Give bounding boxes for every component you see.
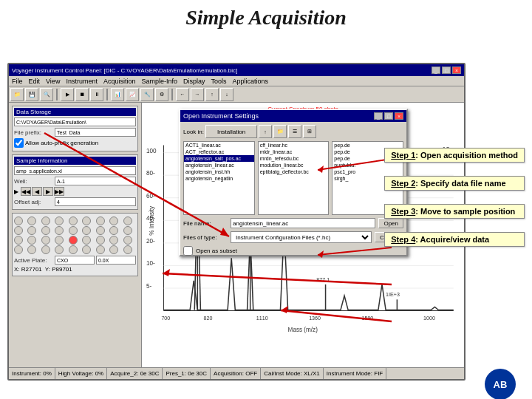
well-4-3[interactable]	[41, 245, 50, 254]
well-1-6[interactable]	[82, 216, 91, 225]
toolbar-btn-10[interactable]: ⚙	[155, 88, 168, 101]
well-1-1[interactable]	[14, 216, 23, 225]
toolbar-btn-7[interactable]: 📊	[111, 88, 124, 101]
well-2-6[interactable]	[82, 226, 91, 235]
well-3-4[interactable]	[55, 236, 64, 245]
maximize-button[interactable]: □	[442, 66, 451, 74]
well-3-8[interactable]	[109, 236, 118, 245]
toolbar-btn-8[interactable]: 📈	[126, 88, 139, 101]
dialog-close-btn[interactable]: ×	[395, 112, 403, 120]
toolbar-btn-3[interactable]: 🔍	[40, 88, 53, 101]
dialog-list-btn[interactable]: ☰	[288, 125, 301, 138]
menu-instrument[interactable]: Instrument	[66, 78, 98, 85]
well-2-1[interactable]	[14, 226, 23, 235]
dialog-folder-btn[interactable]: Installation	[205, 125, 257, 138]
menu-view[interactable]: View	[46, 78, 60, 85]
sample-input[interactable]	[14, 166, 136, 175]
dialog-listbox-1[interactable]: ACT1_linear.ac ACT_reflector.ac angioten…	[183, 141, 255, 215]
menu-edit[interactable]: Edit	[29, 78, 41, 85]
well-3-2[interactable]	[27, 236, 36, 245]
toolbar-btn-13[interactable]: ↑	[205, 88, 219, 101]
well-2-7[interactable]	[96, 226, 105, 235]
well-4-4[interactable]	[55, 245, 64, 254]
listbox2-item-3[interactable]: mrdn_refesdu.bc	[259, 155, 329, 162]
well-3-7[interactable]	[96, 236, 105, 245]
toolbar-btn-14[interactable]: ↓	[220, 88, 233, 101]
well-1-7[interactable]	[96, 216, 105, 225]
well-3-5[interactable]	[69, 236, 78, 245]
well-2-4[interactable]	[55, 226, 64, 235]
listbox1-item-4[interactable]: angiotensin_linear.ac	[184, 162, 254, 168]
well-4-5[interactable]	[69, 245, 78, 254]
toolbar-btn-2[interactable]: 💾	[25, 88, 38, 101]
well-3-6[interactable]	[82, 236, 91, 245]
listbox2-item-5[interactable]: eptiblatg_deflector.bc	[259, 168, 329, 175]
well-1-5[interactable]	[69, 216, 78, 225]
filename-input[interactable]	[55, 128, 136, 137]
minimize-button[interactable]: _	[432, 66, 440, 74]
well-4-8[interactable]	[109, 245, 118, 254]
offset-input[interactable]	[55, 197, 136, 206]
well-1-4[interactable]	[55, 216, 64, 225]
well-4-6[interactable]	[82, 245, 91, 254]
nav-fwd-btn[interactable]: ▶	[43, 187, 53, 196]
well-4-7[interactable]	[96, 245, 105, 254]
dialog-new-btn[interactable]: 📁	[273, 125, 287, 138]
well-4-2[interactable]	[27, 245, 36, 254]
toolbar-btn-1[interactable]: 📁	[10, 88, 24, 101]
menu-applications[interactable]: Applications	[233, 78, 269, 85]
well-4-1[interactable]	[14, 245, 23, 254]
well-1-2[interactable]	[27, 216, 36, 225]
menu-acquisition[interactable]: Acquisition	[103, 78, 136, 85]
menu-display[interactable]: Display	[183, 78, 205, 85]
menu-tools[interactable]: Tools	[211, 78, 227, 85]
listbox2-item-4[interactable]: modution_linear.bc	[259, 162, 329, 168]
well-1-9[interactable]	[123, 216, 132, 225]
xcoord-input[interactable]	[96, 256, 136, 265]
path-input[interactable]	[14, 117, 136, 126]
well-2-9[interactable]	[123, 226, 132, 235]
dialog-up-btn[interactable]: ↑	[259, 125, 272, 138]
well-4-9[interactable]	[123, 245, 132, 254]
listbox1-item-3[interactable]: angiotensin_salt_pos.ac	[184, 155, 254, 162]
logo-area: AB Applied Biosystems	[480, 369, 521, 399]
listbox1-item-1[interactable]: ACT1_linear.ac	[184, 142, 254, 149]
listbox2-item-2[interactable]: mldr_linear.ac	[259, 149, 329, 155]
well-2-2[interactable]	[27, 226, 36, 235]
listbox1-item-6[interactable]: angiotensin_negatlin	[184, 175, 254, 182]
menu-sample-info[interactable]: Sample-Info	[141, 78, 177, 85]
nav-next-btn[interactable]: ▶▶	[54, 187, 64, 196]
dialog-minimize-btn[interactable]: _	[374, 112, 383, 120]
well-1-8[interactable]	[109, 216, 118, 225]
listbox1-item-5[interactable]: angiotensin_inst.hh	[184, 168, 254, 175]
well-2-5[interactable]	[69, 226, 78, 235]
toolbar-btn-9[interactable]: 🔧	[140, 88, 154, 101]
dialog-listbox-2[interactable]: cff_linear.hc mldr_linear.ac mrdn_refesd…	[258, 141, 330, 215]
well-3-3[interactable]	[41, 236, 50, 245]
dialog-filetype-select[interactable]: Instrument Configuration Files (*.hc)	[231, 231, 372, 243]
well-1-3[interactable]	[41, 216, 50, 225]
listbox2-item-1[interactable]: cff_linear.hc	[259, 142, 329, 149]
dialog-filename-input[interactable]	[231, 218, 375, 228]
listbox1-item-2[interactable]: ACT_reflector.ac	[184, 149, 254, 155]
well-2-8[interactable]	[109, 226, 118, 235]
nav-back-btn[interactable]: ◀	[32, 187, 42, 196]
toolbar-btn-12[interactable]: →	[191, 88, 204, 101]
toolbar-btn-5[interactable]: ⏹	[75, 88, 89, 101]
toolbar-btn-4[interactable]: ▶	[61, 88, 74, 101]
menu-file[interactable]: File	[12, 78, 23, 85]
toolbar-btn-11[interactable]: ←	[176, 88, 189, 101]
dialog-maximize-btn[interactable]: □	[384, 112, 393, 120]
nav-prev-btn[interactable]: ◀◀	[21, 187, 31, 196]
well-3-1[interactable]	[14, 236, 23, 245]
allow-prefix-checkbox[interactable]	[14, 138, 24, 148]
close-button[interactable]: ×	[452, 66, 461, 74]
open-subset-checkbox[interactable]	[183, 246, 193, 256]
plate-input[interactable]	[55, 256, 95, 265]
well-3-9[interactable]	[123, 236, 132, 245]
toolbar-btn-6[interactable]: ⏸	[90, 88, 103, 101]
dialog-detail-btn[interactable]: ⊞	[303, 125, 316, 138]
step1-num: Step 1	[391, 151, 415, 160]
well-input[interactable]	[55, 177, 136, 185]
well-2-3[interactable]	[41, 226, 50, 235]
